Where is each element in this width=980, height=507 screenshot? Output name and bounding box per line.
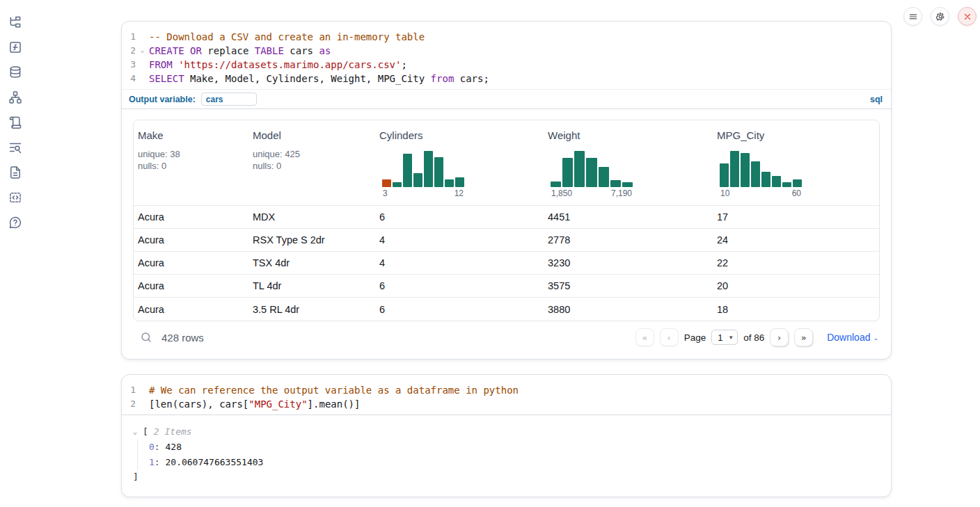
line-number: 3 — [122, 58, 136, 72]
column-header-make[interactable]: Makeunique: 38nulls: 0 — [134, 120, 248, 205]
fold-gutter — [136, 58, 149, 72]
code-text: SELECT Make, Model, Cylinders, Weight, M… — [149, 72, 891, 86]
column-header-mpg_city[interactable]: MPG_City1060 — [713, 120, 879, 205]
hist-bar — [393, 182, 402, 187]
column-stat: unique: 425 — [253, 148, 371, 160]
table-cell: 17 — [713, 211, 879, 223]
item-index: 1 — [149, 457, 155, 467]
table-cell: MDX — [248, 211, 375, 223]
code-line[interactable]: 1-- Download a CSV and create an in-memo… — [122, 30, 891, 44]
line-number: 4 — [122, 72, 136, 86]
download-button[interactable]: Download ⌄ — [827, 332, 878, 343]
menu-icon — [908, 12, 918, 22]
page-total-label: of 86 — [743, 332, 764, 343]
column-stat: nulls: 0 — [138, 160, 244, 172]
output-list-item: 0: 428 — [149, 440, 880, 455]
code-line[interactable]: 2[len(cars), cars["MPG_City"].mean()] — [122, 397, 891, 411]
last-page-button[interactable]: » — [794, 328, 813, 346]
notebook: 1-- Download a CSV and create an in-memo… — [121, 0, 892, 497]
histogram-mpg_city[interactable]: 1060 — [720, 151, 802, 198]
column-title: MPG_City — [717, 129, 875, 141]
collapse-chevron-icon[interactable]: ⌄ — [133, 424, 143, 440]
table-cell: 2778 — [544, 234, 713, 246]
histogram-weight[interactable]: 1,8507,190 — [551, 151, 633, 198]
code-line[interactable]: 2⌄CREATE OR replace TABLE cars as — [122, 44, 891, 58]
column-title: Weight — [548, 129, 709, 141]
search-icon[interactable] — [140, 331, 152, 344]
dependency-graph-icon[interactable] — [8, 90, 22, 104]
table-header: Makeunique: 38nulls: 0Modelunique: 425nu… — [134, 120, 879, 206]
column-title: Cylinders — [379, 129, 539, 141]
table-row: AcuraTL 4dr6357520 — [134, 275, 879, 298]
output-list-header: ⌄ [ 2 Items — [133, 424, 880, 440]
hist-bar — [574, 151, 585, 187]
table-cell: Acura — [134, 257, 248, 268]
code-line[interactable]: 1# We can reference the output variable … — [122, 383, 891, 397]
table-cell: TL 4dr — [248, 280, 375, 291]
histogram-axis-labels: 312 — [382, 188, 464, 198]
close-bracket: ] — [133, 470, 880, 484]
first-page-button[interactable]: « — [635, 328, 654, 346]
document-icon[interactable] — [8, 166, 22, 179]
snippets-icon[interactable] — [8, 191, 22, 204]
histogram-bars — [551, 151, 633, 187]
table-body: AcuraMDX6445117AcuraRSX Type S 2dr427782… — [134, 206, 879, 321]
scroll-icon[interactable] — [8, 115, 22, 129]
output-list-item: 1: 20.060747663551403 — [149, 455, 880, 470]
column-title: Model — [253, 129, 371, 141]
chevron-down-icon: ▼ — [728, 335, 734, 341]
hist-bar — [793, 179, 802, 187]
menu-button[interactable] — [903, 7, 922, 26]
table-cell: 3.5 RL 4dr — [248, 304, 375, 315]
sql-cell-output: Makeunique: 38nulls: 0Modelunique: 425nu… — [122, 108, 891, 359]
table-cell: 3880 — [544, 304, 713, 315]
table-cell: Acura — [134, 280, 248, 291]
shutdown-button[interactable] — [958, 7, 977, 26]
database-icon[interactable] — [8, 65, 22, 79]
table-cell: TSX 4dr — [248, 257, 375, 268]
python-cell: 1# We can reference the output variable … — [121, 374, 892, 497]
table-cell: 20 — [713, 280, 879, 291]
output-variable-input[interactable] — [201, 92, 257, 106]
table-cell: 4 — [375, 257, 544, 268]
column-header-model[interactable]: Modelunique: 425nulls: 0 — [248, 120, 375, 205]
file-tree-icon[interactable] — [8, 15, 22, 29]
sql-code-editor[interactable]: 1-- Download a CSV and create an in-memo… — [122, 22, 891, 89]
axis-max-label: 7,190 — [611, 188, 632, 198]
next-page-button[interactable]: › — [770, 328, 789, 346]
function-icon[interactable] — [8, 40, 22, 54]
column-header-weight[interactable]: Weight1,8507,190 — [544, 120, 713, 205]
download-label: Download — [827, 332, 870, 343]
sql-cell: 1-- Download a CSV and create an in-memo… — [121, 21, 892, 360]
python-code-editor[interactable]: 1# We can reference the output variable … — [122, 375, 891, 415]
code-line[interactable]: 4SELECT Make, Model, Cylinders, Weight, … — [122, 72, 891, 86]
table-row: AcuraMDX6445117 — [134, 206, 879, 229]
output-list-body: 0: 4281: 20.060747663551403 — [137, 440, 880, 470]
table-row: Acura3.5 RL 4dr6388018 — [134, 298, 879, 321]
hist-bar — [741, 153, 750, 187]
page-select[interactable]: 1 ▼ — [711, 330, 738, 345]
column-stat: nulls: 0 — [253, 160, 371, 172]
notebook-actions — [903, 7, 977, 26]
log-search-icon[interactable] — [8, 140, 22, 154]
output-variable-row: Output variable: sql — [122, 89, 891, 108]
fold-chevron-icon[interactable]: ⌄ — [136, 44, 149, 58]
column-header-cylinders[interactable]: Cylinders312 — [375, 120, 544, 205]
table-row: AcuraRSX Type S 2dr4277824 — [134, 229, 879, 252]
settings-button[interactable] — [931, 7, 949, 26]
histogram-cylinders[interactable]: 312 — [382, 151, 464, 198]
prev-page-button[interactable]: ‹ — [660, 328, 679, 346]
table-cell: 6 — [375, 304, 544, 315]
hist-bar — [730, 151, 739, 187]
code-line[interactable]: 3FROM 'https://datasets.marimo.app/cars.… — [122, 58, 891, 72]
table-cell: 18 — [713, 304, 879, 315]
code-text: [len(cars), cars["MPG_City"].mean()] — [149, 397, 891, 411]
chevron-down-icon: ⌄ — [873, 335, 878, 341]
row-count: 428 rows — [161, 332, 204, 344]
table-cell: 22 — [713, 257, 879, 268]
table-row: AcuraTSX 4dr4323022 — [134, 252, 879, 275]
column-title: Make — [138, 129, 244, 141]
help-icon[interactable] — [8, 216, 22, 230]
hist-bar — [382, 179, 391, 187]
histogram-bars — [382, 151, 464, 187]
